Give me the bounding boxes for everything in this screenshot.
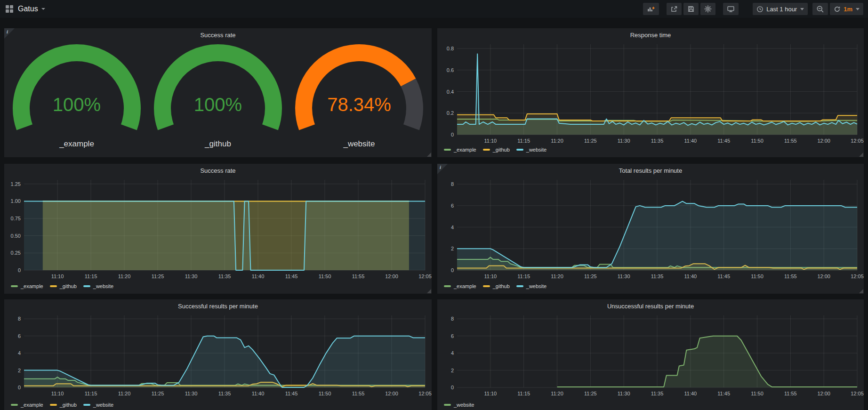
chart-legend: _example_github_website (444, 283, 553, 289)
x-tick-label: 11:20 (551, 138, 563, 144)
time-range-label: Last 1 hour (766, 6, 797, 13)
x-tick-label: 12:05 (851, 391, 864, 396)
panel-success-rate-graph: Success rate 11:1011:1511:2011:2511:3011… (4, 164, 432, 294)
panel-successful-results: Successful results per minute 11:1011:15… (4, 299, 432, 410)
series-area (24, 336, 425, 387)
y-tick-label: 0 (451, 132, 454, 137)
x-tick-label: 11:20 (551, 391, 563, 396)
x-tick-label: 12:00 (385, 273, 398, 279)
total-results-chart[interactable]: 11:1011:1511:2011:2511:3011:3511:4011:45… (437, 164, 864, 294)
gauge-value-arc (162, 53, 273, 127)
dashboard-title: Gatus (18, 5, 38, 13)
x-tick-label: 11:35 (651, 391, 664, 396)
x-tick-label: 11:30 (618, 391, 630, 396)
panel-title[interactable]: Total results per minute (437, 167, 864, 174)
x-tick-label: 11:50 (319, 391, 331, 396)
panel-resize-handle[interactable] (427, 289, 431, 293)
legend-item[interactable]: _website (516, 147, 547, 153)
legend-item[interactable]: _example (444, 283, 476, 289)
y-tick-label: 8 (451, 181, 454, 187)
legend-item[interactable]: _website (83, 402, 113, 408)
panel-title[interactable]: Successful results per minute (4, 303, 432, 310)
x-tick-label: 11:20 (551, 273, 563, 279)
panel-resize-handle[interactable] (427, 153, 431, 157)
panel-title[interactable]: Success rate (4, 32, 432, 39)
y-tick-label: 8 (18, 316, 21, 322)
dashboard-grid-icon[interactable] (6, 5, 13, 13)
unsuccessful-results-chart[interactable]: 11:1011:1511:2011:2511:3011:3511:4011:45… (437, 299, 864, 410)
refresh-icon (834, 6, 841, 13)
response-time-chart[interactable]: 11:1011:1511:2011:2511:3011:3511:4011:45… (437, 28, 864, 157)
y-tick-label: 8 (451, 316, 454, 322)
x-tick-label: 11:10 (484, 138, 497, 144)
legend-item[interactable]: _website (444, 402, 474, 408)
add-panel-button[interactable] (643, 3, 659, 15)
time-range-picker[interactable]: Last 1 hour (753, 3, 808, 15)
y-tick-label: 1.00 (11, 198, 21, 204)
dashboard-title-dropdown[interactable]: Gatus (18, 5, 45, 13)
legend-item[interactable]: _example (444, 147, 476, 153)
legend-swatch (516, 149, 523, 151)
panel-total-results: i Total results per minute 11:1011:1511:… (437, 164, 864, 294)
legend-swatch (483, 149, 490, 151)
panel-resize-handle[interactable] (859, 289, 863, 293)
legend-item[interactable]: _github (483, 283, 510, 289)
zoom-out-icon (816, 5, 824, 13)
panel-info-corner[interactable] (437, 164, 448, 174)
gauge-label: _website (289, 139, 430, 149)
legend-swatch (50, 285, 57, 287)
x-tick-label: 11:50 (751, 391, 764, 396)
tv-mode-button[interactable] (723, 3, 739, 15)
chevron-down-icon (856, 8, 860, 10)
x-tick-label: 11:10 (51, 391, 64, 396)
panel-success-rate-gauges: i Success rate 100%_example100%_github78… (4, 28, 432, 157)
y-tick-label: 0.25 (11, 250, 21, 256)
legend-item[interactable]: _website (83, 283, 113, 289)
panel-resize-handle[interactable] (859, 153, 863, 157)
legend-label: _github (493, 283, 510, 289)
legend-item[interactable]: _github (483, 147, 510, 153)
y-tick-label: 1.25 (11, 181, 21, 187)
zoom-out-button[interactable] (812, 3, 828, 15)
panel-title[interactable]: Response time (437, 32, 864, 39)
gauge-label: _github (147, 139, 289, 149)
legend-item[interactable]: _example (11, 283, 43, 289)
legend-label: _website (93, 402, 113, 408)
legend-item[interactable]: _example (11, 402, 43, 408)
x-tick-label: 11:50 (751, 273, 764, 279)
chart-legend: _example_github_website (11, 283, 120, 289)
legend-swatch (444, 404, 451, 406)
y-tick-label: 4 (451, 350, 454, 356)
y-tick-label: 2 (18, 368, 21, 373)
x-tick-label: 11:15 (85, 391, 97, 396)
panel-title[interactable]: Success rate (4, 167, 432, 174)
legend-item[interactable]: _website (516, 283, 547, 289)
success-rate-chart[interactable]: 11:1011:1511:2011:2511:3011:3511:4011:45… (4, 164, 432, 294)
clock-icon (756, 6, 764, 13)
legend-item[interactable]: _github (50, 283, 77, 289)
legend-swatch (11, 404, 18, 406)
successful-results-chart[interactable]: 11:1011:1511:2011:2511:3011:3511:4011:45… (4, 299, 432, 410)
grid-lines (457, 315, 857, 387)
legend-swatch (516, 285, 523, 287)
legend-item[interactable]: _github (50, 402, 77, 408)
y-tick-label: 4 (451, 225, 454, 230)
y-tick-label: 0 (18, 267, 21, 273)
save-button[interactable] (683, 3, 699, 15)
x-tick-label: 11:25 (584, 138, 597, 144)
settings-button[interactable] (700, 3, 715, 15)
share-button[interactable] (667, 3, 682, 15)
gauge-value: 78.34% (327, 94, 391, 115)
panel-info-corner[interactable] (4, 28, 15, 39)
y-tick-label: 0 (18, 385, 21, 390)
panel-response-time: Response time 11:1011:1511:2011:2511:301… (437, 28, 864, 157)
x-tick-label: 11:30 (618, 273, 630, 279)
x-tick-label: 12:00 (817, 273, 830, 279)
x-tick-label: 11:55 (352, 391, 365, 396)
panel-title[interactable]: Unsuccessful results per minute (437, 303, 864, 310)
legend-swatch (83, 404, 90, 406)
x-tick-label: 11:55 (784, 391, 797, 396)
refresh-picker[interactable]: 1m (830, 3, 863, 15)
x-tick-label: 12:00 (817, 138, 830, 144)
x-tick-label: 11:45 (285, 391, 298, 396)
